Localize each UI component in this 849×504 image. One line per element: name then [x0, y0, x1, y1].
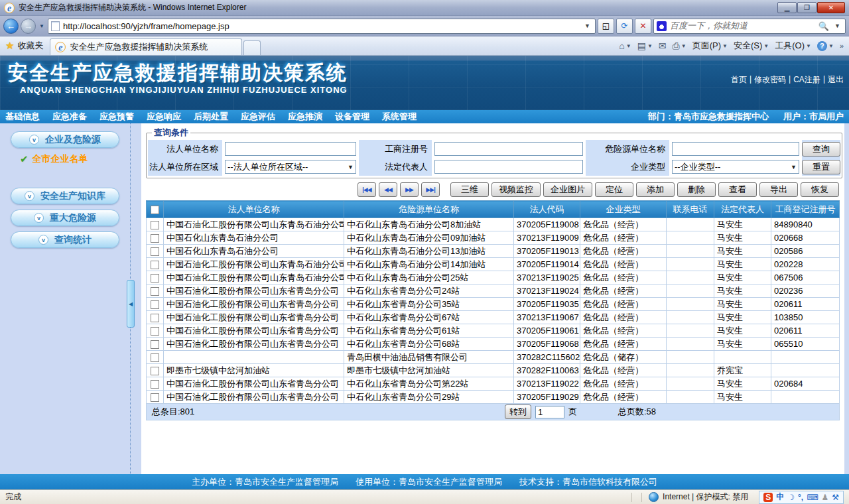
banner-link-1[interactable]: 修改密码	[754, 74, 786, 86]
punctuation-icon[interactable]: °,	[798, 493, 803, 502]
goto-button[interactable]: 转到	[505, 405, 531, 419]
toolbar-button-5[interactable]: 删除	[677, 182, 716, 197]
row-checkbox[interactable]	[151, 234, 159, 243]
browser-tab[interactable]: e 安全生产应急救援指挥辅助决策系统	[50, 38, 242, 55]
menu-item-6[interactable]: 应急推演	[288, 111, 322, 123]
menu-item-0[interactable]: 基础信息	[5, 111, 40, 123]
row-checkbox[interactable]	[151, 261, 159, 269]
row-checkbox[interactable]	[151, 247, 159, 256]
url-dropdown-icon[interactable]: ▼	[582, 23, 592, 29]
feeds-button[interactable]: ▤▼	[637, 40, 653, 51]
banner-link-2[interactable]: CA注册	[793, 74, 820, 86]
page-menu[interactable]: 页面(P)▼	[692, 40, 728, 52]
row-checkbox[interactable]	[151, 353, 159, 362]
compatibility-view-button[interactable]: ◱	[598, 19, 614, 34]
legal-name-label: 法人单位名称	[148, 140, 222, 158]
search-button[interactable]: 查询	[802, 142, 840, 157]
row-checkbox[interactable]	[151, 287, 159, 296]
favorites-button[interactable]: ★ 收藏夹	[0, 40, 50, 55]
sidebar-section-3[interactable]: v查询统计	[11, 231, 119, 248]
toolbar-button-4[interactable]: 添加	[636, 182, 675, 197]
business-reg-no: 020684	[771, 377, 840, 391]
sidebar: v企业及危险源✔全市企业名单v安全生产知识库v重大危险源v查询统计	[0, 123, 131, 474]
select-all-checkbox[interactable]	[151, 206, 159, 214]
toolbar-button-6[interactable]: 查看	[718, 182, 757, 197]
row-checkbox[interactable]	[151, 340, 159, 349]
row-checkbox[interactable]	[151, 327, 159, 336]
new-tab-stub[interactable]	[243, 40, 261, 55]
overflow-chevron-icon[interactable]: »	[840, 42, 844, 50]
reg-no-input[interactable]	[434, 142, 583, 156]
menu-item-8[interactable]: 系统管理	[382, 111, 417, 123]
menu-item-5[interactable]: 应急评估	[241, 111, 275, 123]
stop-button[interactable]: ✕	[635, 19, 651, 34]
region-select[interactable]: --法人单位所在区域--▼	[225, 160, 356, 174]
banner-link-3[interactable]: 退出	[828, 74, 844, 86]
row-checkbox[interactable]	[151, 380, 159, 389]
goto-page-input[interactable]	[535, 406, 564, 418]
print-button[interactable]: ⎙▼	[673, 40, 686, 52]
search-icon[interactable]: 🔍	[818, 21, 829, 31]
toolbar-button-7[interactable]: 导出	[759, 182, 798, 197]
prev-page-button[interactable]: ◀◀	[379, 182, 397, 197]
banner-link-0[interactable]: 首页	[731, 74, 747, 86]
next-page-button[interactable]: ▶▶	[400, 182, 419, 197]
help-menu[interactable]: ?▼	[817, 41, 834, 51]
soft-keyboard-icon[interactable]: ⌨	[807, 493, 818, 502]
settings-wrench-icon[interactable]: ⚒	[832, 493, 839, 502]
back-button[interactable]: ←	[3, 19, 19, 34]
home-button[interactable]: ⌂▼	[619, 40, 631, 51]
sidebar-collapse-handle[interactable]: ◀	[127, 280, 135, 328]
legal-rep-input[interactable]	[434, 160, 583, 174]
first-page-button[interactable]: |◀◀	[358, 182, 376, 197]
toolbar-button-0[interactable]: 三维	[450, 182, 489, 197]
tools-menu[interactable]: 工具(O)▼	[775, 40, 811, 52]
user-icon[interactable]: ♟	[821, 493, 828, 502]
search-dropdown-icon[interactable]: ▼	[832, 23, 842, 29]
restore-button[interactable]: ❐	[797, 2, 816, 13]
minimize-button[interactable]: ▁	[777, 2, 797, 13]
menu-item-1[interactable]: 应急准备	[52, 111, 87, 123]
forward-button[interactable]: →	[21, 19, 36, 34]
table-footer: 总条目:801 转到 页 总页数:58	[146, 404, 840, 420]
reset-button[interactable]: 重置	[802, 160, 840, 174]
fullwidth-moon-icon[interactable]: ☽	[787, 493, 795, 502]
toolbar-button-8[interactable]: 恢复	[801, 182, 839, 197]
menu-item-3[interactable]: 应急响应	[147, 111, 181, 123]
search-placeholder[interactable]: 百度一下，你就知道	[670, 20, 815, 32]
row-checkbox[interactable]	[151, 393, 159, 402]
url-field[interactable]: http://localhost:90/yjzh/frame/homepage.…	[48, 19, 596, 34]
row-checkbox[interactable]	[151, 314, 159, 322]
menu-item-7[interactable]: 设备管理	[335, 111, 369, 123]
search-box[interactable]: 百度一下，你就知道 🔍 ▼	[653, 19, 846, 34]
hazard-name-input[interactable]	[672, 142, 799, 156]
refresh-button[interactable]: ⟳	[616, 19, 633, 34]
security-menu[interactable]: 安全(S)▼	[734, 40, 769, 52]
menu-item-4[interactable]: 后期处置	[194, 111, 228, 123]
sidebar-section-2[interactable]: v重大危险源	[11, 210, 119, 226]
toolbar-button-1[interactable]: 视频监控	[491, 182, 541, 197]
row-checkbox[interactable]	[151, 274, 159, 283]
main-menu: 基础信息应急准备应急预警应急响应后期处置应急评估应急推演设备管理系统管理 部门：…	[0, 110, 849, 123]
last-page-button[interactable]: ▶▶|	[421, 182, 440, 197]
chinese-mode-icon[interactable]: 中	[776, 491, 784, 503]
menu-item-2[interactable]: 应急预警	[99, 111, 134, 123]
sidebar-item-active[interactable]: ✔全市企业名单	[20, 153, 130, 165]
toolbar-button-2[interactable]: 企业图片	[543, 182, 592, 197]
close-button[interactable]: ✕	[817, 2, 845, 13]
mail-button[interactable]: ✉	[659, 40, 667, 51]
row-checkbox[interactable]	[151, 221, 159, 229]
toolbar-button-3[interactable]: 定位	[595, 182, 633, 197]
company-type-select[interactable]: --企业类型--▼	[672, 160, 799, 174]
sogou-icon[interactable]: S	[763, 493, 773, 502]
sidebar-section-1[interactable]: v安全生产知识库	[11, 188, 119, 204]
row-check-cell	[147, 271, 164, 284]
hazard-unit-name: 中石化山东省青岛分公司24站	[344, 284, 514, 298]
row-checkbox[interactable]	[151, 300, 159, 309]
legal-rep: 马安生	[714, 311, 771, 324]
url-text[interactable]: http://localhost:90/yjzh/frame/homepage.…	[63, 21, 579, 31]
legal-name-input[interactable]	[225, 142, 356, 156]
history-dropdown-icon[interactable]: ▼	[38, 23, 46, 29]
row-checkbox[interactable]	[151, 367, 159, 375]
sidebar-section-0[interactable]: v企业及危险源	[11, 131, 119, 148]
